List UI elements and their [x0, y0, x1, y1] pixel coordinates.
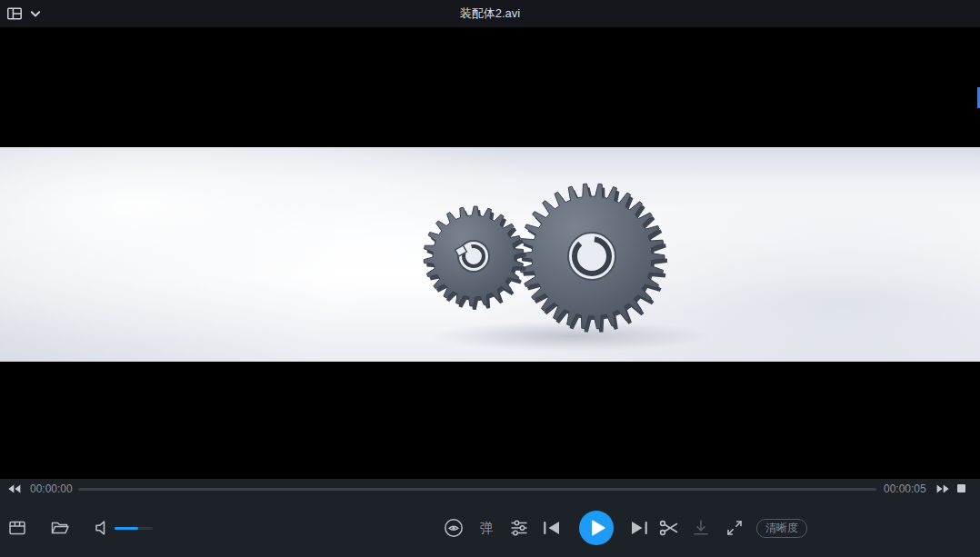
scissors-icon[interactable]: [658, 517, 680, 539]
play-button[interactable]: [579, 511, 614, 545]
next-icon[interactable]: [628, 517, 650, 539]
video-frame: [0, 147, 980, 362]
rewind-icon[interactable]: [7, 482, 24, 495]
tune-sliders-icon[interactable]: [508, 517, 530, 539]
speaker-icon[interactable]: [93, 517, 113, 539]
player-controls: 00:00:00 00:00:05: [0, 479, 980, 557]
small-gear: [424, 206, 526, 310]
title-bar: 装配体2.avi: [0, 0, 980, 27]
download-icon[interactable]: [690, 517, 712, 539]
danmaku-toggle[interactable]: 弹: [475, 517, 497, 539]
playlist-icon[interactable]: [6, 517, 28, 539]
video-surface[interactable]: [0, 27, 980, 479]
large-gear: [519, 184, 667, 333]
volume-slider[interactable]: [115, 527, 153, 530]
current-time: 00:00:00: [30, 482, 73, 496]
previous-icon[interactable]: [541, 517, 563, 539]
stop-icon[interactable]: [957, 484, 965, 492]
seek-bar[interactable]: [78, 488, 876, 491]
total-time: 00:00:05: [884, 482, 926, 496]
quality-button[interactable]: 清晰度: [756, 519, 807, 538]
fast-forward-icon[interactable]: [935, 482, 952, 495]
video-title: 装配体2.avi: [0, 0, 980, 27]
gears-graphic: [0, 147, 980, 362]
eye-icon[interactable]: [443, 517, 465, 539]
expand-icon[interactable]: [724, 517, 745, 539]
volume-level: [115, 527, 138, 530]
folder-open-icon[interactable]: [49, 517, 71, 539]
